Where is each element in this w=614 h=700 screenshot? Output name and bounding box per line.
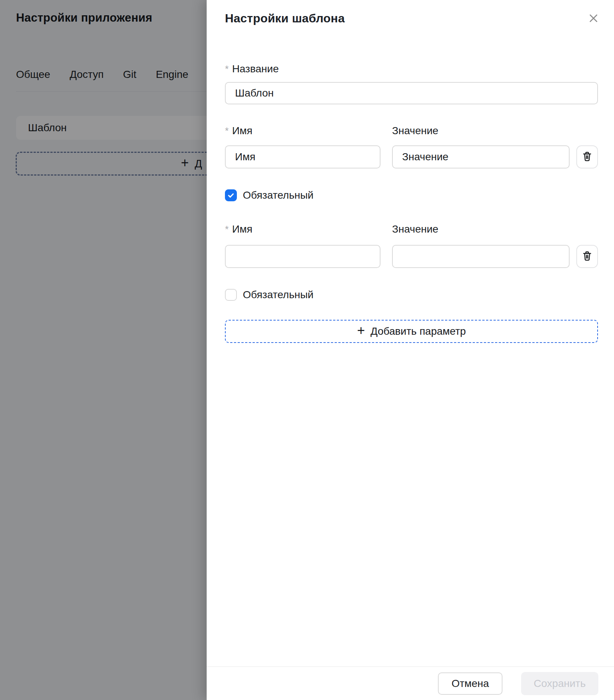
required-checkbox-row: Обязательный <box>225 189 598 201</box>
plus-icon: + <box>357 323 365 338</box>
drawer-footer: Отмена Сохранить <box>207 666 614 700</box>
param-value-label: Значение <box>392 224 598 235</box>
app-screen: Настройки приложения Общее Доступ Git En… <box>0 0 614 700</box>
required-mark: * <box>225 224 229 235</box>
save-button[interactable]: Сохранить <box>521 672 598 695</box>
close-button[interactable] <box>588 13 599 24</box>
parameter-block: * Имя Значение <box>225 224 598 301</box>
required-checkbox[interactable] <box>225 289 237 301</box>
trash-icon <box>582 151 593 164</box>
template-name-input[interactable] <box>225 82 598 104</box>
close-icon <box>588 19 599 25</box>
drawer-body: * Название * Имя Значение <box>207 25 614 666</box>
required-mark: * <box>225 63 229 75</box>
delete-param-button[interactable] <box>576 145 598 168</box>
param-name-label: * Имя <box>225 224 392 235</box>
required-checkbox-row: Обязательный <box>225 289 598 301</box>
check-icon <box>227 191 235 199</box>
drawer-header: Настройки шаблона <box>207 0 614 25</box>
cancel-button[interactable]: Отмена <box>438 672 502 695</box>
trash-icon <box>582 250 593 263</box>
name-field-label: * Название <box>225 63 598 75</box>
required-checkbox-label: Обязательный <box>243 289 313 301</box>
param-name-input[interactable] <box>225 245 380 268</box>
required-mark: * <box>225 125 229 136</box>
param-value-input[interactable] <box>392 245 570 268</box>
delete-param-button[interactable] <box>576 245 598 268</box>
required-checkbox[interactable] <box>225 189 237 201</box>
param-name-label: * Имя <box>225 125 392 136</box>
add-parameter-button[interactable]: + Добавить параметр <box>225 320 598 343</box>
parameter-block: * Имя Значение <box>225 125 598 201</box>
add-parameter-button-label: Добавить параметр <box>370 325 466 337</box>
param-value-input[interactable] <box>392 145 570 168</box>
required-checkbox-label: Обязательный <box>243 189 313 201</box>
template-settings-drawer: Настройки шаблона * Название * <box>207 0 614 700</box>
param-name-input[interactable] <box>225 145 380 168</box>
drawer-title: Настройки шаблона <box>225 11 345 25</box>
param-value-label: Значение <box>392 125 598 136</box>
